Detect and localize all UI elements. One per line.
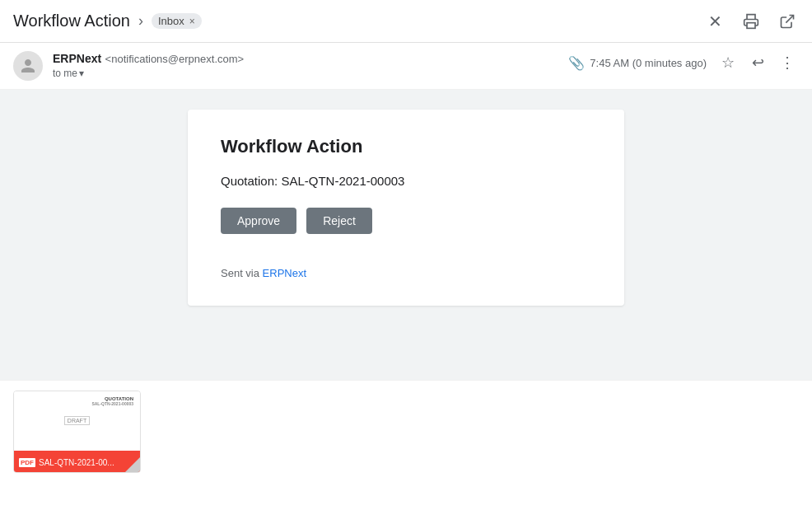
avatar — [13, 51, 43, 81]
sender-name: ERPNext — [53, 52, 101, 65]
thumb-corner-fold — [125, 457, 140, 472]
to-me-dropdown[interactable]: to me ▾ — [53, 68, 244, 79]
inbox-badge-close-icon[interactable]: × — [189, 16, 195, 27]
inbox-badge: Inbox × — [152, 13, 202, 29]
close-icon[interactable]: ✕ — [703, 10, 726, 33]
to-me-label: to me — [53, 68, 77, 79]
sender-name-line: ERPNext <notifications@erpnext.com> — [53, 51, 244, 66]
action-icons: ☆ ↩ ⋮ — [716, 51, 799, 74]
thumb-doc-header: QUOTATION SAL-QTN-2021-00003 — [21, 396, 133, 406]
to-me-chevron-icon: ▾ — [79, 68, 84, 79]
card-title: Workflow Action — [221, 136, 591, 157]
pdf-badge: PDF — [19, 458, 35, 467]
sender-info: ERPNext <notifications@erpnext.com> to m… — [53, 51, 244, 79]
email-card: Workflow Action Quotation: SAL-QTN-2021-… — [188, 110, 624, 306]
avatar-person-icon — [20, 58, 36, 74]
time-info: 📎 7:45 AM (0 minutes ago) — [568, 55, 707, 71]
sender-left: ERPNext <notifications@erpnext.com> to m… — [13, 51, 244, 81]
sender-row: ERPNext <notifications@erpnext.com> to m… — [0, 43, 812, 90]
email-title: Workflow Action — [13, 12, 130, 30]
svg-line-1 — [786, 15, 793, 22]
thumb-doc-preview: QUOTATION SAL-QTN-2021-00003 DRAFT — [14, 391, 140, 451]
email-time: 7:45 AM (0 minutes ago) — [590, 57, 707, 69]
paperclip-icon: 📎 — [568, 55, 585, 71]
workflow-chevron-icon[interactable]: › — [138, 12, 143, 30]
quotation-ref: Quotation: SAL-QTN-2021-00003 — [221, 174, 591, 188]
reply-icon[interactable]: ↩ — [746, 51, 769, 74]
sent-via-text: Sent via — [221, 267, 263, 279]
approve-button[interactable]: Approve — [221, 208, 296, 234]
thumb-footer: PDF SAL-QTN-2021-00... — [14, 451, 140, 473]
draft-watermark: DRAFT — [64, 416, 90, 425]
inbox-badge-label: Inbox — [158, 15, 184, 27]
erpnext-link[interactable]: ERPNext — [263, 267, 306, 279]
email-body: Workflow Action Quotation: SAL-QTN-2021-… — [0, 90, 812, 380]
attachment-filename: SAL-QTN-2021-00... — [39, 458, 114, 467]
top-bar: Workflow Action › Inbox × ✕ — [0, 0, 812, 43]
top-bar-left: Workflow Action › Inbox × — [13, 12, 202, 30]
svg-rect-0 — [747, 22, 755, 28]
sender-right: 📎 7:45 AM (0 minutes ago) ☆ ↩ ⋮ — [568, 51, 799, 74]
open-external-icon[interactable] — [776, 10, 799, 33]
top-bar-right: ✕ — [703, 10, 799, 33]
print-icon[interactable] — [740, 10, 763, 33]
sender-email: <notifications@erpnext.com> — [105, 53, 245, 65]
star-icon[interactable]: ☆ — [716, 51, 740, 74]
more-options-icon[interactable]: ⋮ — [776, 51, 799, 74]
action-buttons: Approve Reject — [221, 208, 591, 234]
attachment-thumbnail[interactable]: QUOTATION SAL-QTN-2021-00003 DRAFT PDF S… — [13, 391, 141, 473]
sent-via: Sent via ERPNext — [221, 267, 591, 279]
reject-button[interactable]: Reject — [306, 208, 372, 234]
attachment-area: QUOTATION SAL-QTN-2021-00003 DRAFT PDF S… — [0, 380, 812, 483]
